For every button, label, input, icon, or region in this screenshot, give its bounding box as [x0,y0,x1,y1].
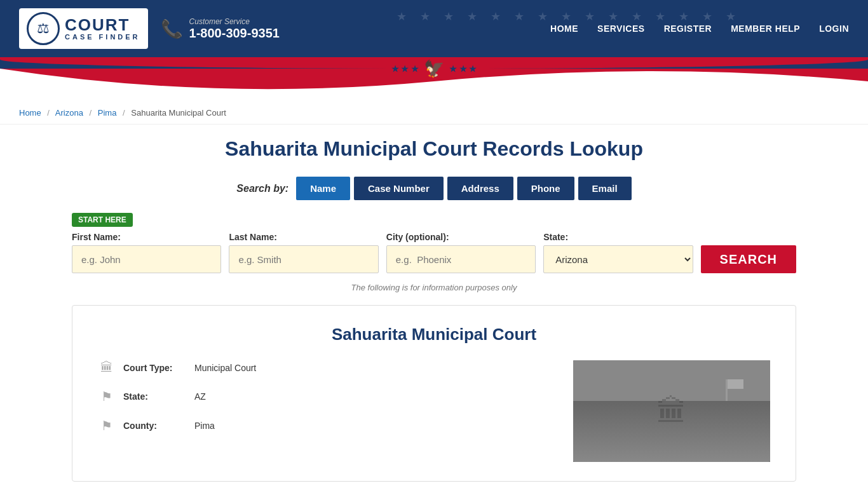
county-row: ⚑ County: Pima [98,418,554,433]
state-row: ⚑ State: AZ [98,389,554,404]
first-name-group: First Name: [72,232,221,273]
first-name-input[interactable] [72,245,221,273]
stars-left: ★ ★ ★ [391,64,419,74]
nav-login[interactable]: LOGIN [819,24,849,34]
county-value: Pima [194,421,215,431]
nav-services[interactable]: SERVICES [597,24,645,34]
court-image [573,360,770,462]
main-content: Sahuarita Municipal Court Records Lookup… [53,125,815,488]
county-label: County: [123,421,187,431]
county-icon: ⚑ [98,418,116,433]
breadcrumb-home[interactable]: Home [19,108,41,118]
city-label: City (optional): [386,232,536,242]
stars-right: ★ ★ ★ [449,64,477,74]
header: COURT CASE FINDER 📞 Customer Service 1-8… [0,0,868,57]
search-by-label: Search by: [236,183,288,194]
state-value: AZ [194,391,206,402]
nav-register[interactable]: REGISTER [664,24,712,34]
logo-emblem [27,12,60,45]
wave-section: ★ ★ ★ 🦅 ★ ★ ★ [0,69,868,102]
svg-rect-12 [573,456,770,462]
logo-text: COURT CASE FINDER [65,17,140,41]
court-type-value: Municipal Court [194,363,256,373]
breadcrumb-pima[interactable]: Pima [98,108,117,118]
svg-rect-11 [728,379,743,389]
logo: COURT CASE FINDER [19,8,148,49]
breadcrumb-sep-3: / [123,108,125,118]
state-select[interactable]: Arizona Alabama Alaska California Colora… [543,245,693,273]
breadcrumb-sep-2: / [90,108,92,118]
search-by-row: Search by: Name Case Number Address Phon… [72,177,796,200]
city-input[interactable] [386,245,536,273]
cs-phone: 1-800-309-9351 [189,26,280,41]
state-icon: ⚑ [98,389,116,404]
search-fields-row: First Name: Last Name: City (optional): … [72,232,796,273]
customer-service: 📞 Customer Service 1-800-309-9351 [161,17,280,41]
court-type-label: Court Type: [123,363,187,373]
eagle-section: ★ ★ ★ 🦅 ★ ★ ★ [391,59,477,79]
main-nav: HOME SERVICES REGISTER MEMBER HELP LOGIN [550,24,849,34]
breadcrumb-sep-1: / [47,108,50,118]
court-image-placeholder [573,360,770,462]
eagle-symbol: 🦅 [424,59,444,79]
tab-email[interactable]: Email [578,177,632,200]
page-title: Sahuarita Municipal Court Records Lookup [72,137,796,161]
tab-phone[interactable]: Phone [517,177,574,200]
svg-rect-4 [624,405,719,417]
nav-member-help[interactable]: MEMBER HELP [731,24,800,34]
court-type-icon: 🏛 [98,360,116,375]
svg-rect-5 [611,459,732,462]
nav-home[interactable]: HOME [550,24,578,34]
svg-rect-3 [611,414,732,462]
tab-name[interactable]: Name [296,177,350,200]
search-button[interactable]: SEARCH [701,245,796,273]
svg-rect-10 [726,379,728,417]
court-building-svg [573,360,770,462]
svg-rect-6 [624,421,643,437]
state-label: State: [543,232,693,242]
last-name-label: Last Name: [229,232,378,242]
cs-label: Customer Service [189,17,280,26]
start-here-badge: START HERE [72,213,133,227]
breadcrumb-arizona[interactable]: Arizona [55,108,83,118]
search-form-area: START HERE First Name: Last Name: City (… [72,213,796,273]
info-note: The following is for information purpose… [72,283,796,292]
last-name-group: Last Name: [229,232,378,273]
logo-court-text: COURT [65,17,140,33]
court-info-box: Sahuarita Municipal Court 🏛 Court Type: … [72,305,796,482]
svg-rect-8 [700,421,719,437]
cs-text: Customer Service 1-800-309-9351 [189,17,280,41]
court-info-content: 🏛 Court Type: Municipal Court ⚑ State: A… [98,360,770,462]
state-group: State: Arizona Alabama Alaska California… [543,232,693,273]
logo-case-finder-text: CASE FINDER [65,33,140,41]
last-name-input[interactable] [229,245,378,273]
city-group: City (optional): [386,232,536,273]
court-details: 🏛 Court Type: Municipal Court ⚑ State: A… [98,360,554,462]
phone-icon: 📞 [161,18,183,39]
svg-rect-1 [573,411,770,462]
court-type-row: 🏛 Court Type: Municipal Court [98,360,554,375]
state-label-info: State: [123,391,187,402]
tab-case-number[interactable]: Case Number [354,177,444,200]
header-left: COURT CASE FINDER 📞 Customer Service 1-8… [19,8,280,49]
court-info-title: Sahuarita Municipal Court [98,325,770,344]
breadcrumb: Home / Arizona / Pima / Sahuarita Munici… [0,102,868,125]
first-name-label: First Name: [72,232,221,242]
svg-rect-7 [662,421,681,437]
eagle-stars-row: ★ ★ ★ 🦅 ★ ★ ★ [391,59,477,79]
breadcrumb-current: Sahuarita Municipal Court [131,108,226,118]
svg-rect-9 [656,440,688,462]
tab-address[interactable]: Address [447,177,513,200]
